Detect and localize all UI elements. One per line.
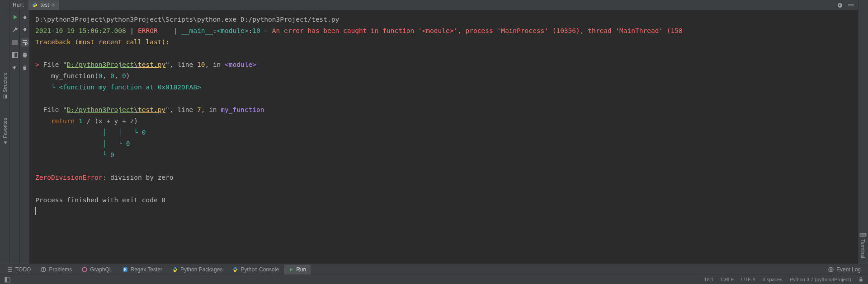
console-text: my_function — [221, 106, 264, 113]
tool-windows-icon[interactable] — [5, 277, 10, 283]
svg-rect-0 — [848, 5, 854, 5]
caret-position[interactable]: 18:1 — [704, 277, 713, 282]
toolwin-graphql[interactable]: GraphQL — [77, 265, 117, 275]
file-link[interactable]: test.py — [138, 61, 165, 68]
console-text — [35, 95, 39, 102]
console-text: File " — [43, 61, 66, 68]
console-text: D:\python3Project\python3Project\Scripts… — [35, 16, 339, 23]
console-text: An error has been caught in function '<m… — [272, 27, 683, 34]
terminal-label: Terminal — [860, 239, 866, 258]
stop-icon[interactable] — [11, 38, 19, 47]
console-text: 10 — [252, 27, 260, 34]
python-file-icon — [32, 2, 38, 8]
console-text: 0 — [110, 72, 114, 79]
run-gutter-primary — [10, 10, 20, 264]
close-tab-icon[interactable]: × — [52, 2, 55, 8]
toolwin-todo[interactable]: TODO — [3, 265, 35, 275]
console-line: │ └ 0 — [35, 138, 853, 149]
toolwin-pypkg[interactable]: Python Packages — [168, 265, 227, 275]
up-arrow-icon[interactable] — [21, 13, 29, 21]
trash-icon[interactable] — [21, 64, 29, 72]
text-caret — [35, 207, 36, 215]
console-text: 0 — [110, 151, 114, 158]
minimize-icon[interactable] — [848, 3, 854, 7]
python-packages-icon — [172, 267, 178, 272]
toolwin-problems[interactable]: Problems — [36, 265, 76, 275]
console-text: | — [130, 27, 138, 34]
console-line: Traceback (most recent call last): — [35, 37, 853, 48]
console-line — [35, 183, 853, 195]
event-log-label: Event Log — [836, 266, 861, 273]
print-icon[interactable] — [21, 51, 29, 59]
console-text: │ └ — [102, 140, 126, 147]
console-text: / (x + y + z) — [83, 117, 138, 125]
terminal-tool[interactable]: ⌨ Terminal — [860, 232, 866, 258]
toolwin-label: Python Console — [241, 266, 279, 273]
file-link[interactable]: \ — [134, 106, 138, 113]
favorites-icon: ★ — [2, 140, 8, 145]
down-arrow-icon[interactable] — [21, 26, 29, 34]
console-text: ", line — [165, 61, 197, 68]
console-line: my_function(0, 0, 0) — [35, 70, 853, 82]
console-text: │ │ └ — [102, 129, 142, 136]
file-link[interactable]: test.py — [138, 106, 165, 113]
console-line — [35, 93, 853, 104]
console-text: , in — [201, 106, 221, 113]
svg-rect-5 — [43, 268, 44, 270]
line-separator[interactable]: CRLF — [721, 277, 734, 282]
toolwin-pycon[interactable]: Python Console — [228, 265, 283, 275]
console-text: 2021-10-19 15:06:27.008 — [35, 27, 130, 34]
console-output[interactable]: D:\python3Project\python3Project\Scripts… — [30, 10, 858, 264]
run-header-label: Run: — [11, 2, 26, 8]
console-text: ", line — [165, 106, 197, 113]
terminal-icon: ⌨ — [860, 232, 866, 238]
run-tab-test[interactable]: test × — [28, 0, 58, 10]
console-text: 7 — [197, 106, 201, 113]
toolwin-label: TODO — [15, 266, 31, 273]
event-log-button[interactable]: Event Log — [824, 265, 865, 275]
file-link[interactable]: \ — [134, 61, 138, 68]
console-line: 2021-10-19 15:06:27.008 | ERROR | __main… — [35, 25, 853, 37]
gear-icon[interactable] — [836, 2, 843, 9]
favorites-label: Favorites — [2, 118, 8, 138]
console-text: division by zero — [110, 174, 174, 181]
lock-icon[interactable] — [859, 277, 863, 282]
python-interpreter[interactable]: Python 3.7 (python3Project) — [790, 277, 851, 282]
console-line: File "D:/python3Project\test.py", line 7… — [35, 104, 853, 116]
structure-tool[interactable]: ◧ Structure — [2, 72, 8, 100]
indent-settings[interactable]: 4 spaces — [763, 277, 783, 282]
console-line: D:\python3Project\python3Project\Scripts… — [35, 14, 853, 25]
run-tool-window: Run: test × — [10, 0, 858, 264]
run-tab-label: test — [40, 2, 49, 8]
event-log-icon — [828, 267, 834, 272]
layout-icon[interactable] — [11, 51, 19, 59]
file-link[interactable]: D:/python3Project — [67, 61, 134, 68]
console-line: > File "D:/python3Project\test.py", line… — [35, 59, 853, 70]
run-header: Run: test × — [10, 0, 858, 10]
svg-rect-12 — [5, 277, 7, 282]
wrench-icon[interactable] — [11, 26, 19, 34]
console-text: └ — [102, 151, 110, 158]
toolwin-run[interactable]: Run — [284, 265, 311, 275]
rerun-icon[interactable] — [11, 13, 19, 21]
file-link[interactable]: D:/python3Project — [67, 106, 134, 113]
problems-icon — [41, 267, 46, 272]
console-line: └ 0 — [35, 149, 853, 161]
console-text: 10 — [197, 61, 205, 68]
favorites-tool[interactable]: ★ Favorites — [2, 118, 8, 145]
file-encoding[interactable]: UTF-8 — [741, 277, 755, 282]
pin-icon[interactable] — [11, 64, 19, 72]
toolwin-regex[interactable]: RRegex Tester — [118, 265, 167, 275]
console-text: ZeroDivisionError — [35, 174, 102, 181]
console-text: : — [248, 27, 252, 34]
svg-rect-3 — [12, 52, 14, 58]
console-text: | — [174, 27, 181, 34]
regex-icon: R — [123, 267, 128, 272]
console-text: return — [51, 117, 79, 125]
console-line: │ │ └ 0 — [35, 127, 853, 138]
console-line — [35, 48, 853, 59]
console-text — [35, 129, 102, 136]
console-caret-line — [35, 206, 853, 217]
soft-wrap-icon[interactable] — [21, 38, 29, 47]
status-left — [5, 277, 10, 283]
